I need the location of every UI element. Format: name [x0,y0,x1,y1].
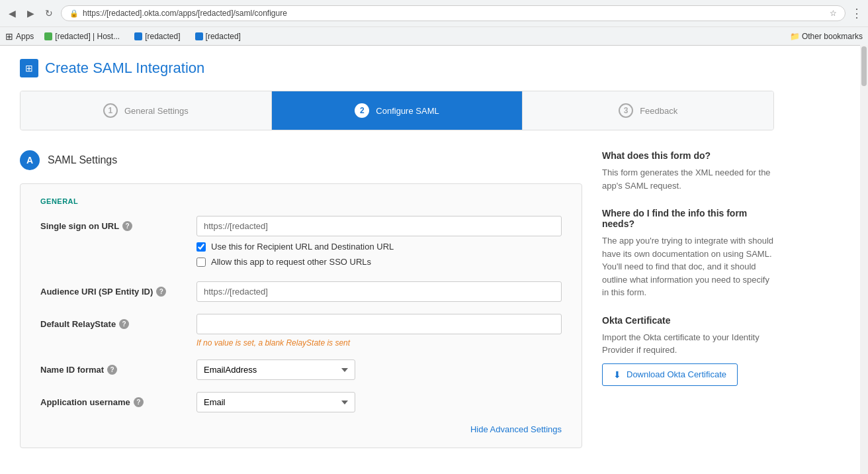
sso-url-label: Single sign on URL ? [40,216,186,231]
step-2-number: 2 [355,103,369,118]
scrollbar[interactable] [860,45,868,461]
sidebar-text-where: The app you're trying to integrate with … [602,234,774,299]
app-username-row: Application username ? Email Okta userna… [40,392,562,412]
name-id-format-select[interactable]: EmailAddress Unspecified Transient Persi… [196,359,355,380]
step-3-number: 3 [619,103,633,118]
audience-uri-input[interactable] [196,281,562,302]
section-title: SAML Settings [48,154,117,166]
browser-menu-icon[interactable]: ⋮ [851,6,863,21]
bookmarks-bar: ⊞ Apps [redacted] | Host... [redacted] [… [0,26,868,45]
bookmark-favicon-2 [134,32,142,40]
section-header: A SAML Settings [20,150,582,170]
sidebar-section-what: What does this form do? This form genera… [602,150,774,192]
bookmark-label-1: [redacted] | Host... [55,32,120,41]
sso-url-control-area: Use this for Recipient URL and Destinati… [196,216,562,269]
bookmark-label-3: [redacted] [206,32,241,41]
bookmark-favicon-1 [44,32,52,40]
name-id-format-row: Name ID format ? EmailAddress Unspecifie… [40,359,562,380]
sso-urls-checkbox[interactable] [196,258,206,267]
scrollbar-thumb[interactable] [861,46,867,86]
step-3-label: Feedback [640,106,677,116]
bookmark-star-icon[interactable]: ☆ [830,9,837,18]
step-feedback[interactable]: 3 Feedback [523,91,773,130]
bookmark-item-2[interactable]: [redacted] [130,30,184,42]
sidebar-heading-where: Where do I find the info this form needs… [602,208,774,229]
relay-state-row: Default RelayState ? If no value is set,… [40,314,562,348]
audience-uri-label: Audience URI (SP Entity ID) ? [40,281,186,297]
recipient-url-label: Use this for Recipient URL and Destinati… [211,242,394,252]
hide-advanced-settings-link[interactable]: Hide Advanced Settings [40,424,562,434]
apps-label: Apps [16,32,34,41]
reload-button[interactable]: ↻ [42,7,56,20]
forward-button[interactable]: ▶ [24,7,37,20]
address-text: https://[redacted].okta.com/apps/[redact… [83,9,287,18]
name-id-format-control-area: EmailAddress Unspecified Transient Persi… [196,359,562,380]
sso-urls-checkbox-row: Allow this app to request other SSO URLs [196,257,562,267]
steps-container: 1 General Settings 2 Configure SAML 3 Fe… [20,91,774,130]
step-configure-saml[interactable]: 2 Configure SAML [272,91,523,130]
app-username-help-icon[interactable]: ? [134,397,144,407]
bookmark-item-1[interactable]: [redacted] | Host... [40,30,124,42]
download-icon: ⬇ [613,369,621,380]
audience-uri-control-area [196,281,562,302]
sso-urls-label: Allow this app to request other SSO URLs [211,257,371,267]
other-bookmarks[interactable]: 📁 Other bookmarks [790,32,863,41]
audience-uri-row: Audience URI (SP Entity ID) ? [40,281,562,302]
form-card: GENERAL Single sign on URL ? Use this fo… [20,183,582,448]
download-cert-button[interactable]: ⬇ Download Okta Certificate [602,363,738,386]
sidebar-heading-what: What does this form do? [602,150,774,161]
relay-state-hint: If no value is set, a blank RelayState i… [196,338,562,348]
step-2-label: Configure SAML [376,106,439,116]
browser-chrome: ◀ ▶ ↻ 🔒 https://[redacted].okta.com/apps… [0,0,868,46]
page-title: Create SAML Integration [45,60,204,77]
right-sidebar: What does this form do? This form genera… [602,150,774,448]
bookmark-label-2: [redacted] [145,32,180,41]
sso-url-help-icon[interactable]: ? [122,221,132,231]
audience-uri-help-icon[interactable]: ? [156,287,166,297]
relay-state-input[interactable] [196,314,562,334]
general-section-label: GENERAL [40,197,562,205]
app-username-select[interactable]: Email Okta username Okta username prefix… [196,392,355,412]
relay-state-help-icon[interactable]: ? [119,319,129,329]
name-id-format-label: Name ID format ? [40,359,186,375]
saml-icon: ⊞ [20,59,38,77]
recipient-url-checkbox-row: Use this for Recipient URL and Destinati… [196,242,562,252]
apps-grid-icon: ⊞ [5,31,13,42]
download-cert-label: Download Okta Certificate [627,369,726,379]
sidebar-section-cert: Okta Certificate Import the Okta certifi… [602,315,774,386]
form-area: A SAML Settings GENERAL Single sign on U… [20,150,582,448]
name-id-format-help-icon[interactable]: ? [107,365,117,375]
sidebar-text-what: This form generates the XML needed for t… [602,166,774,192]
section-badge: A [20,150,40,170]
bookmark-favicon-3 [195,32,203,40]
sso-url-input[interactable] [196,216,562,236]
relay-state-control-area: If no value is set, a blank RelayState i… [196,314,562,348]
back-button[interactable]: ◀ [5,7,19,20]
step-1-label: General Settings [124,106,189,116]
sidebar-section-where: Where do I find the info this form needs… [602,208,774,299]
app-username-control-area: Email Okta username Okta username prefix… [196,392,562,412]
page-title-area: ⊞ Create SAML Integration [20,59,774,77]
apps-button[interactable]: ⊞ Apps [5,31,34,42]
recipient-url-checkbox[interactable] [196,242,206,252]
app-username-label: Application username ? [40,392,186,407]
bookmark-item-3[interactable]: [redacted] [191,30,245,42]
step-general-settings[interactable]: 1 General Settings [21,91,272,130]
secure-icon: 🔒 [69,9,79,18]
browser-nav: ◀ ▶ ↻ 🔒 https://[redacted].okta.com/apps… [0,0,868,26]
main-layout: A SAML Settings GENERAL Single sign on U… [20,150,774,448]
relay-state-label: Default RelayState ? [40,314,186,329]
address-bar[interactable]: 🔒 https://[redacted].okta.com/apps/[reda… [61,5,846,21]
sidebar-heading-cert: Okta Certificate [602,315,774,326]
page-content: ⊞ Create SAML Integration 1 General Sett… [0,46,794,461]
sso-url-row: Single sign on URL ? Use this for Recipi… [40,216,562,269]
sidebar-text-cert: Import the Okta certificate to your Iden… [602,331,774,357]
step-1-number: 1 [103,103,118,118]
